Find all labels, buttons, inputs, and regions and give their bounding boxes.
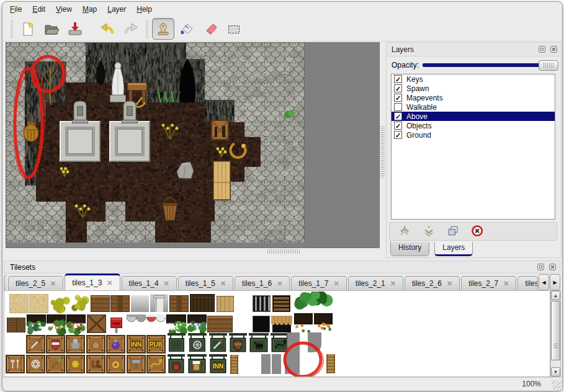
tab-close-icon[interactable]: ✕ [107,279,112,287]
menu-item-view[interactable]: View [56,5,72,14]
layer-visibility-checkbox[interactable]: ✓ [394,75,402,83]
map-view[interactable] [6,42,380,248]
tileset-tab-label: tiles_1_7 [298,279,328,288]
toolbar-button-eraser[interactable] [199,18,222,40]
close-panel-button[interactable] [549,45,558,54]
tileset-tab-sliver [4,275,7,290]
tileset-tab-label: tiles_1_4 [129,279,159,288]
layer-label: Objects [406,122,432,130]
layer-visibility-checkbox[interactable]: ✓ [394,122,402,130]
delete-layer-icon [471,225,485,238]
horizontal-splitter-handle[interactable] [267,249,300,254]
tab-close-icon[interactable]: ✕ [503,280,509,288]
layer-row-above[interactable]: ✓Above [392,112,555,121]
layer-row-objects[interactable]: ✓Objects [392,121,555,130]
undo-icon [99,21,115,37]
tileset-tab-label: tiles_1_6 [242,279,272,288]
tileset-scrollbar[interactable]: ▲ ▼ [550,290,561,377]
tileset-tab-tiles_1_7[interactable]: tiles_1_7✕ [291,276,346,290]
scroll-up-button[interactable]: ▲ [551,291,560,300]
layer-row-spawn[interactable]: ✓Spawn [392,84,555,93]
tileset-tab-tiles_2_6[interactable]: tiles_2_6✕ [405,276,460,290]
tileset-tab-tiles_2_7[interactable]: tiles_2_7✕ [461,276,516,290]
layer-row-keys[interactable]: ✓Keys [392,74,555,84]
layer-row-ground[interactable]: ✓Ground [392,130,555,140]
tileset-tab-tiles_2[interactable]: tiles_2✕ [517,276,538,290]
menu-item-file[interactable]: File [10,5,22,14]
tileset-tab-label: tiles_2_6 [412,279,442,288]
new-file-icon [20,21,36,37]
tab-scroll-right-button[interactable]: ▶ [550,274,560,290]
tab-close-icon[interactable]: ✕ [164,280,169,288]
tileset-tab-tiles_1_5[interactable]: tiles_1_5✕ [178,276,233,290]
toolbar-button-select[interactable] [223,18,245,40]
menu-item-edit[interactable]: Edit [32,5,45,14]
fill-bucket-icon [179,21,195,37]
tileset-tab-tiles_1_4[interactable]: tiles_1_4✕ [122,276,177,290]
scroll-down-button[interactable]: ▼ [551,367,560,376]
open-folder-icon [43,21,60,37]
menu-item-map[interactable]: Map [83,5,97,14]
opacity-slider[interactable] [423,60,557,70]
toolbar-button-fill[interactable] [176,18,198,40]
tileset-tab-tiles_2_5[interactable]: tiles_2_5✕ [8,276,63,290]
menu-item-layer[interactable]: Layer [107,5,126,14]
menu-bar: FileEditViewMapLayerHelp [2,2,562,17]
float-panel-button[interactable] [537,45,547,54]
lower-layer-button[interactable] [421,223,437,239]
layer-label: Spawn [406,84,429,93]
opacity-slider-track[interactable] [423,63,557,67]
tab-close-icon[interactable]: ✕ [390,280,396,288]
tilesets-panel-title: Tilesets [10,263,536,272]
lower-layer-icon [423,225,436,238]
tab-close-icon[interactable]: ✕ [447,280,452,288]
toolbar-button-stamp[interactable] [152,18,174,40]
tab-history[interactable]: History [390,242,429,256]
close-panel-icon [550,45,558,53]
opacity-slider-handle[interactable] [539,60,558,71]
tab-close-icon[interactable]: ✕ [333,280,339,288]
layer-visibility-checkbox[interactable] [394,103,402,111]
layers-panel-title: Layers [392,45,537,54]
tileset-tab-tiles_2_1[interactable]: tiles_2_1✕ [348,276,403,290]
float-panel-icon [537,263,545,271]
tileset-tab-label: tiles_1_5 [186,279,215,288]
delete-layer-button[interactable] [470,223,486,239]
rect-select-icon [226,21,242,37]
tab-scroll-left-button[interactable]: ◀ [539,274,549,290]
tab-close-icon[interactable]: ✕ [277,280,282,288]
toolbar-button-undo[interactable] [96,18,119,40]
raise-layer-button[interactable] [397,223,413,239]
float-panel-icon [538,45,546,53]
resize-grip[interactable] [552,380,561,390]
tab-layers[interactable]: Layers [434,242,473,256]
layer-visibility-checkbox[interactable]: ✓ [394,112,402,120]
duplicate-layer-button[interactable] [445,223,462,239]
tileset-tab-tiles_1_3[interactable]: tiles_1_3✕ [65,274,120,290]
toolbar-button-new[interactable] [17,18,39,40]
toolbar-button-open[interactable] [40,18,63,40]
menu-item-help[interactable]: Help [137,5,152,14]
toolbar-grip [11,20,13,38]
tilesets-float-button[interactable] [536,263,545,272]
layer-row-mapevents[interactable]: ✓Mapevents [392,93,555,102]
layer-visibility-checkbox[interactable]: ✓ [394,84,402,92]
eraser-icon [202,21,218,37]
tileset-tab-label: tiles_1_3 [72,278,102,287]
map-canvas[interactable] [6,43,379,247]
layer-visibility-checkbox[interactable]: ✓ [394,131,402,139]
scrollbar-thumb[interactable] [551,301,560,360]
tileset-tab-tiles_1_6[interactable]: tiles_1_6✕ [235,276,290,290]
tab-close-icon[interactable]: ✕ [220,280,226,288]
layer-label: Above [406,112,427,121]
toolbar-button-redo[interactable] [120,18,142,40]
vertical-splitter-handle[interactable] [380,127,385,177]
stamp-tool-icon [155,21,171,37]
tab-close-icon[interactable]: ✕ [50,280,56,288]
toolbar-button-save[interactable] [64,18,86,40]
layer-visibility-checkbox[interactable]: ✓ [394,94,402,102]
layer-row-walkable[interactable]: Walkable [392,102,555,112]
tileset-canvas[interactable] [6,292,550,377]
tileset-content[interactable] [4,290,550,377]
tilesets-close-button[interactable] [548,263,557,272]
